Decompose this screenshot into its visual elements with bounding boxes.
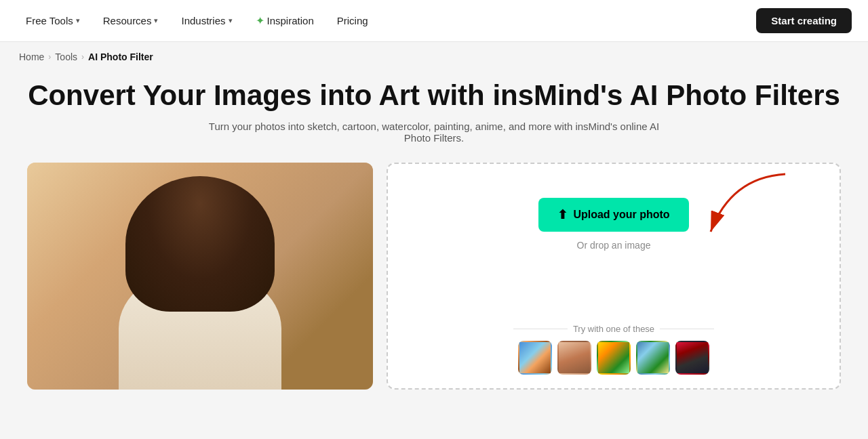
- breadcrumb: Home › Tools › AI Photo Filter: [0, 42, 868, 72]
- breadcrumb-tools[interactable]: Tools: [55, 51, 77, 62]
- hero-subtitle: Turn your photos into sketch, cartoon, w…: [203, 121, 665, 144]
- nav-item-inspiration[interactable]: ✦ Inspiration: [246, 9, 323, 33]
- start-creating-button[interactable]: Start creating: [756, 8, 852, 33]
- breadcrumb-sep-1: ›: [48, 52, 51, 62]
- breadcrumb-current: AI Photo Filter: [88, 51, 153, 62]
- two-column-layout: ⬆ Upload your photo Or drop an image Try…: [27, 163, 841, 390]
- hero-section: Convert Your Images into Art with insMin…: [16, 79, 852, 144]
- page-title: Convert Your Images into Art with insMin…: [16, 79, 852, 112]
- upload-photo-button[interactable]: ⬆ Upload your photo: [538, 198, 688, 232]
- hair-decoration: [125, 176, 275, 312]
- sample-images-row: [518, 341, 709, 375]
- sample-thumb-4[interactable]: [636, 341, 670, 375]
- drop-text: Or drop an image: [577, 240, 651, 251]
- nav-label-free-tools: Free Tools: [26, 15, 73, 26]
- sample-thumb-5[interactable]: [675, 341, 709, 375]
- nav-label-industries: Industries: [181, 15, 225, 26]
- arrow-icon: [677, 171, 799, 252]
- nav-item-industries[interactable]: Industries ▾: [172, 9, 241, 32]
- upload-area: ⬆ Upload your photo Or drop an image Try…: [387, 163, 841, 390]
- sample-thumb-1[interactable]: [518, 341, 552, 375]
- upload-button-label: Upload your photo: [573, 209, 669, 221]
- chevron-down-icon: ▾: [154, 16, 158, 25]
- nav-label-pricing: Pricing: [337, 15, 368, 26]
- nav-label-inspiration: Inspiration: [267, 15, 314, 26]
- portrait-image-container: [27, 163, 373, 390]
- breadcrumb-sep-2: ›: [81, 52, 84, 62]
- chevron-down-icon: ▾: [76, 16, 80, 25]
- nav-item-resources[interactable]: Resources ▾: [94, 9, 168, 32]
- upload-icon: ⬆: [557, 207, 568, 222]
- sample-label: Try with one of these: [401, 324, 826, 334]
- sample-label-text: Try with one of these: [573, 324, 654, 334]
- chevron-down-icon: ▾: [229, 16, 233, 25]
- breadcrumb-home[interactable]: Home: [19, 51, 44, 62]
- sample-thumb-2[interactable]: [557, 341, 591, 375]
- nav-left: Free Tools ▾ Resources ▾ Industries ▾ ✦ …: [16, 9, 378, 33]
- main-content: Convert Your Images into Art with insMin…: [0, 72, 868, 406]
- nav-item-free-tools[interactable]: Free Tools ▾: [16, 9, 90, 32]
- nav-item-pricing[interactable]: Pricing: [328, 9, 378, 32]
- arrow-decoration: [677, 171, 799, 252]
- nav-label-resources: Resources: [103, 15, 152, 26]
- sample-section: Try with one of these: [401, 324, 826, 375]
- spark-icon: ✦: [256, 14, 264, 27]
- upload-center: ⬆ Upload your photo Or drop an image: [538, 198, 688, 251]
- sample-thumb-3[interactable]: [597, 341, 631, 375]
- portrait-image: [27, 163, 373, 390]
- navbar: Free Tools ▾ Resources ▾ Industries ▾ ✦ …: [0, 0, 868, 42]
